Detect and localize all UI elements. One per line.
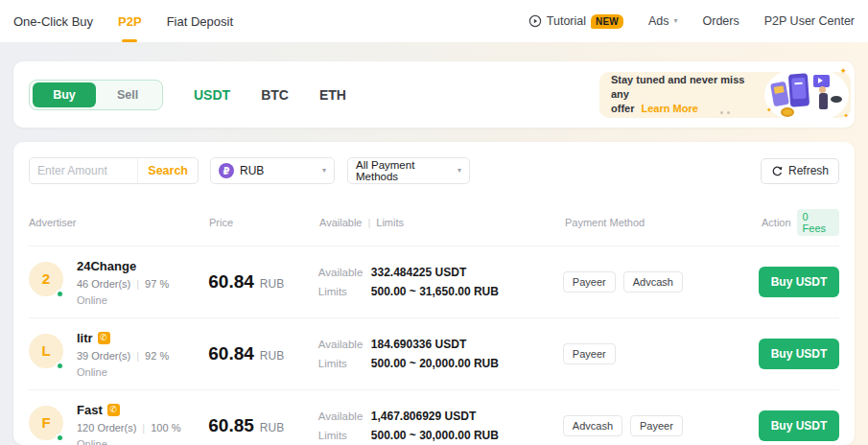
payment-methods: AdvcashPayeer [563, 415, 759, 436]
zero-fees-badge: 0 Fees [797, 209, 839, 236]
orders-label: Orders [703, 14, 739, 28]
p2p-nav-tabs: One-Click Buy P2P Fiat Deposit [13, 0, 233, 42]
completion-rate: 100 % [151, 422, 180, 433]
chevron-down-icon: ▾ [457, 167, 461, 175]
payment-method-tag: Payeer [563, 343, 616, 364]
sparkle-icon: ✦ [839, 66, 847, 76]
action-cell: Buy USDT [759, 267, 839, 297]
price-cell: 60.84RUB [208, 271, 318, 293]
limits-label: Limits [318, 282, 371, 301]
sparkle-icon: ✦ [766, 106, 772, 114]
user-center-label: P2P User Center [764, 14, 855, 28]
action-cell: Buy USDT [759, 410, 839, 441]
orders-link[interactable]: Orders [703, 14, 739, 28]
offer-list: 2 24Change 46 Order(s) | 97 % Online 60.… [29, 246, 839, 445]
advertiser-stats: 39 Order(s) | 92 % [77, 350, 169, 362]
fiat-currency-select[interactable]: ₽ RUB ▾ [210, 157, 335, 184]
promo-banner: Stay tuned and never miss any offer Lear… [599, 72, 851, 118]
p2p-user-center-link[interactable]: P2P User Center [764, 14, 855, 28]
available-value: 332.484225 USDT [371, 263, 466, 282]
order-count: 46 Order(s) [77, 278, 130, 290]
tab-label: P2P [118, 14, 142, 29]
tab-eth[interactable]: ETH [319, 87, 346, 103]
tutorial-link[interactable]: Tutorial NEW [528, 14, 623, 29]
online-status-label: Online [77, 438, 180, 445]
offer-row: 2 24Change 46 Order(s) | 97 % Online 60.… [29, 246, 839, 318]
advertiser-info: 24Change 46 Order(s) | 97 % Online [77, 259, 169, 306]
advertiser-info: Fast ✆ 120 Order(s) | 100 % Online [77, 403, 180, 445]
payment-methods: PayeerAdvcash [563, 271, 759, 293]
offer-row: L litr ✆ 39 Order(s) | 92 % Online 60.84… [29, 318, 839, 390]
buy-usdt-button[interactable]: Buy USDT [759, 267, 839, 297]
buy-usdt-button[interactable]: Buy USDT [759, 339, 839, 369]
action-cell: Buy USDT [759, 339, 839, 369]
sell-toggle-button[interactable]: Sell [96, 82, 159, 107]
available-value: 184.690336 USDT [371, 335, 466, 354]
advertiser-info: litr ✆ 39 Order(s) | 92 % Online [77, 331, 169, 378]
price-value: 60.84 [208, 343, 254, 363]
offers-table-header: Advertiser Price Available|Limits Paymen… [29, 209, 839, 246]
tab-one-click-buy[interactable]: One-Click Buy [13, 0, 93, 42]
top-navigation-bar: One-Click Buy P2P Fiat Deposit Tutorial … [0, 0, 868, 42]
tab-p2p[interactable]: P2P [118, 0, 142, 42]
price-value: 60.84 [208, 271, 254, 292]
limits-value: 500.00 ~ 20,000.00 RUB [371, 354, 499, 373]
sparkle-icon: ✦ [843, 112, 849, 120]
p2p-page-body: Buy Sell USDT BTC ETH Stay tuned and nev… [0, 42, 868, 445]
advertiser-name[interactable]: litr ✆ [77, 331, 169, 345]
limits-value: 500.00 ~ 31,650.00 RUB [371, 282, 499, 301]
play-circle-icon [528, 14, 542, 28]
online-status-label: Online [77, 294, 169, 306]
order-count: 120 Order(s) [77, 422, 136, 433]
verified-phone-icon: ✆ [107, 404, 120, 416]
verified-phone-icon: ✆ [98, 332, 110, 344]
payment-method-tag: Payeer [630, 415, 683, 436]
amount-search-box: Search [29, 157, 199, 184]
buy-usdt-button[interactable]: Buy USDT [759, 410, 839, 441]
online-status-label: Online [77, 366, 169, 378]
search-button[interactable]: Search [137, 158, 198, 183]
online-status-dot [56, 433, 64, 442]
completion-rate: 92 % [145, 350, 169, 362]
payment-method-tag: Payeer [563, 271, 616, 293]
tab-usdt[interactable]: USDT [194, 87, 230, 103]
available-label: Available [318, 407, 371, 426]
available-value: 1,467.806929 USDT [371, 407, 476, 426]
header-action: Action 0 Fees [762, 209, 839, 236]
buy-toggle-button[interactable]: Buy [33, 82, 96, 107]
available-label: Available [318, 263, 371, 282]
refresh-button[interactable]: Refresh [761, 158, 839, 184]
order-count: 39 Order(s) [77, 350, 130, 362]
amount-input[interactable] [30, 164, 137, 177]
advertiser-avatar: L [29, 334, 63, 368]
advertiser-name[interactable]: Fast ✆ [77, 403, 180, 417]
learn-more-link[interactable]: Learn More [642, 103, 698, 114]
payment-methods: Payeer [563, 343, 759, 364]
advertiser-cell: F Fast ✆ 120 Order(s) | 100 % Online [29, 403, 208, 445]
buy-sell-toggle: Buy Sell [29, 80, 163, 110]
promo-banner-text: Stay tuned and never miss any offer Lear… [599, 73, 762, 116]
tab-label: One-Click Buy [13, 14, 93, 29]
advertiser-cell: L litr ✆ 39 Order(s) | 92 % Online [29, 331, 208, 378]
advertiser-stats: 46 Order(s) | 97 % [77, 278, 169, 290]
carousel-dots [720, 111, 730, 114]
header-available-limits: Available|Limits [319, 217, 565, 228]
ads-menu[interactable]: Ads ▾ [648, 14, 678, 28]
market-switcher-card: Buy Sell USDT BTC ETH Stay tuned and nev… [13, 61, 855, 128]
price-currency: RUB [260, 349, 284, 363]
advertiser-avatar: F [29, 406, 63, 440]
header-payment-method: Payment Method [565, 217, 762, 228]
online-status-dot [56, 290, 64, 298]
offer-row: F Fast ✆ 120 Order(s) | 100 % Online 60.… [29, 390, 839, 445]
available-limits-cell: Available 1,467.806929 USDT Limits 500.0… [318, 407, 563, 445]
tab-btc[interactable]: BTC [261, 87, 289, 103]
price-cell: 60.85RUB [208, 415, 318, 436]
promo-illustration: ✦ ✦ ✦ [764, 66, 849, 124]
header-price: Price [209, 217, 319, 228]
tab-fiat-deposit[interactable]: Fiat Deposit [167, 0, 233, 42]
tab-label: Fiat Deposit [167, 14, 233, 29]
completion-rate: 97 % [145, 278, 169, 290]
advertiser-name[interactable]: 24Change [77, 259, 169, 273]
payment-method-select[interactable]: All Payment Methods ▾ [347, 157, 470, 184]
price-cell: 60.84RUB [208, 343, 318, 364]
